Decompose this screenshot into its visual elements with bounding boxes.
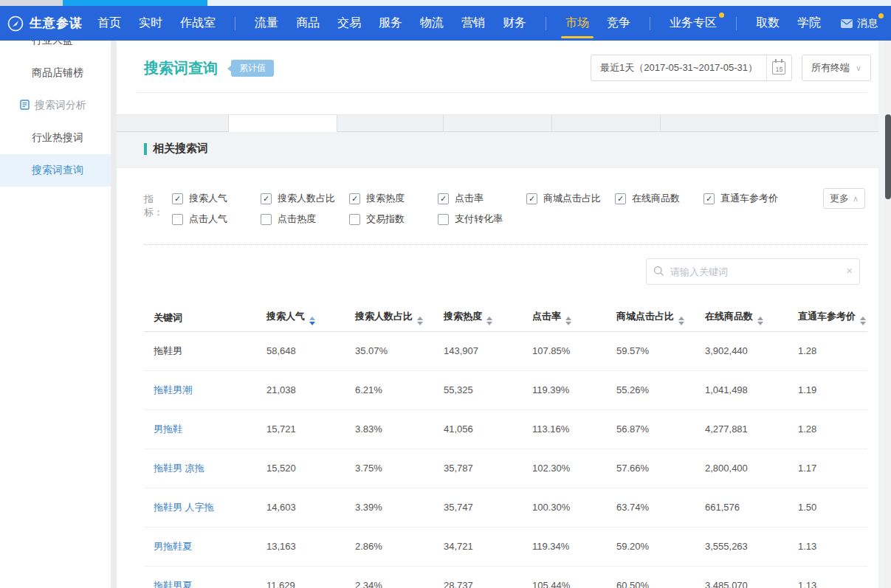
- clear-search-icon[interactable]: ×: [846, 264, 853, 277]
- nav-item-流量[interactable]: 流量: [246, 6, 287, 41]
- keyword-cell: 男拖鞋夏: [144, 527, 257, 566]
- checkbox-点击热度[interactable]: 点击热度: [261, 212, 349, 226]
- value-cell: 21,038: [257, 370, 345, 409]
- terminal-select[interactable]: 所有终端 ∨: [802, 55, 871, 81]
- tab-1[interactable]: [117, 115, 229, 132]
- page-title: 搜索词查询: [144, 58, 218, 78]
- nav-item-营销[interactable]: 营销: [453, 6, 494, 41]
- column-header-直通车参考价[interactable]: 直通车参考价: [788, 305, 867, 331]
- nav-item-商品[interactable]: 商品: [287, 6, 328, 41]
- tab-6[interactable]: [661, 115, 878, 132]
- value-cell: 2.86%: [345, 527, 434, 566]
- checkbox-点击人气[interactable]: 点击人气: [172, 212, 261, 226]
- column-header-在线商品数[interactable]: 在线商品数: [695, 305, 788, 331]
- sidebar-item-搜索词查询[interactable]: 搜索词查询: [0, 154, 111, 187]
- metric-filters-label: 指标：: [144, 188, 172, 229]
- nav-item-交易[interactable]: 交易: [328, 6, 370, 41]
- column-header-搜索热度[interactable]: 搜索热度: [434, 305, 523, 331]
- nav-item-学院[interactable]: 学院: [788, 6, 830, 41]
- checkbox-搜索人气[interactable]: ✓搜索人气: [172, 192, 261, 205]
- value-cell: 4,277,881: [695, 409, 788, 449]
- nav-item-服务[interactable]: 服务: [370, 6, 411, 41]
- keyword-link[interactable]: 男拖鞋: [154, 423, 182, 435]
- date-range-picker[interactable]: 最近1天（2017-05-31~2017-05-31） 15: [591, 55, 792, 81]
- checkbox-商城点击占比[interactable]: ✓商城点击占比: [526, 192, 615, 205]
- check-icon: ✓: [440, 194, 447, 204]
- value-cell: 105.44%: [523, 566, 607, 588]
- value-cell: 1.19: [788, 370, 867, 409]
- nav-item-市场[interactable]: 市场: [557, 6, 598, 41]
- tab-4[interactable]: [444, 115, 552, 132]
- date-range-text: 最近1天（2017-05-31~2017-05-31）: [591, 55, 766, 80]
- checkbox-label: 点击人气: [189, 212, 227, 226]
- value-cell: 35,787: [434, 449, 523, 488]
- more-button[interactable]: 更多 ∧: [823, 188, 865, 209]
- value-cell: 57.66%: [607, 449, 695, 488]
- nav-item-竞争[interactable]: 竞争: [598, 6, 639, 41]
- nav-item-业务专区[interactable]: 业务专区: [661, 6, 726, 41]
- nav-item-物流[interactable]: 物流: [411, 6, 453, 41]
- value-cell: 1,041,498: [695, 370, 788, 409]
- column-header-label: 点击率: [532, 311, 561, 322]
- search-icon: [653, 266, 664, 277]
- column-header-搜索人数占比[interactable]: 搜索人数占比: [345, 305, 434, 331]
- nav-divider: [546, 17, 546, 30]
- tab-5[interactable]: [552, 115, 661, 132]
- notification-dot: [878, 13, 884, 18]
- sort-arrows-icon[interactable]: [417, 317, 423, 325]
- page-scrollbar[interactable]: [885, 41, 891, 588]
- nav-item-实时[interactable]: 实时: [130, 6, 171, 41]
- value-cell: 41,056: [434, 409, 523, 449]
- keyword-link[interactable]: 拖鞋男夏: [154, 580, 192, 588]
- check-icon: ✓: [174, 194, 181, 204]
- nav-item-取数[interactable]: 取数: [747, 6, 788, 41]
- sidebar-item-label: 行业大盘: [32, 41, 73, 47]
- checkbox-unchecked-icon: [172, 214, 183, 225]
- checkbox-交易指数[interactable]: 交易指数: [349, 212, 438, 226]
- nav-item-首页[interactable]: 首页: [89, 6, 130, 41]
- keyword-link[interactable]: 拖鞋男 凉拖: [154, 463, 204, 474]
- nav-item-label: 市场: [565, 15, 589, 31]
- scrollbar-thumb[interactable]: [885, 114, 891, 199]
- sort-arrows-icon[interactable]: [757, 317, 763, 325]
- tab-2[interactable]: [229, 115, 337, 132]
- search-terms-table: 关键词搜索人气搜索人数占比搜索热度点击率商城点击占比在线商品数直通车参考价 拖鞋…: [144, 305, 867, 588]
- sort-arrows-icon[interactable]: [678, 317, 684, 325]
- sidebar-item-商品店铺榜[interactable]: 商品店铺榜: [0, 57, 111, 89]
- checkbox-在线商品数[interactable]: ✓在线商品数: [615, 192, 703, 205]
- checkbox-搜索热度[interactable]: ✓搜索热度: [349, 192, 438, 205]
- checkbox-直通车参考价[interactable]: ✓直通车参考价: [703, 192, 792, 205]
- checkbox-unchecked-icon: [438, 214, 449, 225]
- keyword-cell: 拖鞋男夏: [144, 566, 257, 588]
- column-header-点击率[interactable]: 点击率: [523, 305, 607, 331]
- checkbox-支付转化率[interactable]: 支付转化率: [438, 212, 526, 226]
- nav-item-作战室[interactable]: 作战室: [171, 6, 224, 41]
- nav-item-财务[interactable]: 财务: [494, 6, 535, 41]
- checkbox-checked-icon: ✓: [526, 193, 537, 204]
- value-cell: 1.13: [788, 566, 867, 588]
- sort-arrows-icon[interactable]: [565, 317, 571, 325]
- keyword-link[interactable]: 拖鞋男 人字拖: [154, 502, 214, 513]
- checkbox-搜索人数占比[interactable]: ✓搜索人数占比: [261, 192, 349, 205]
- sort-arrows-icon[interactable]: [860, 317, 866, 325]
- column-header-商城点击占比[interactable]: 商城点击占比: [607, 305, 695, 331]
- tab-3[interactable]: [337, 115, 444, 132]
- sort-arrows-icon[interactable]: [309, 317, 315, 325]
- keyword-link[interactable]: 男拖鞋夏: [154, 541, 192, 552]
- messages-label: 消息: [857, 17, 878, 30]
- sort-arrows-icon[interactable]: [486, 317, 492, 325]
- brand[interactable]: 生意参谋: [0, 15, 83, 32]
- sidebar-scrollbar[interactable]: [111, 41, 117, 588]
- checkbox-label: 商城点击占比: [543, 192, 601, 205]
- value-cell: 6.21%: [345, 370, 434, 409]
- check-icon: ✓: [263, 194, 269, 204]
- keyword-search-input[interactable]: [646, 258, 860, 285]
- checkbox-点击率[interactable]: ✓点击率: [438, 192, 526, 205]
- check-icon: ✓: [617, 194, 624, 204]
- checkbox-label: 支付转化率: [455, 212, 503, 226]
- sidebar-item-行业热搜词[interactable]: 行业热搜词: [0, 122, 111, 154]
- messages-button[interactable]: 消息: [841, 6, 882, 41]
- keyword-link[interactable]: 拖鞋男潮: [154, 384, 192, 395]
- sidebar-item-行业大盘[interactable]: 行业大盘: [0, 41, 111, 57]
- column-header-搜索人气[interactable]: 搜索人气: [257, 305, 345, 331]
